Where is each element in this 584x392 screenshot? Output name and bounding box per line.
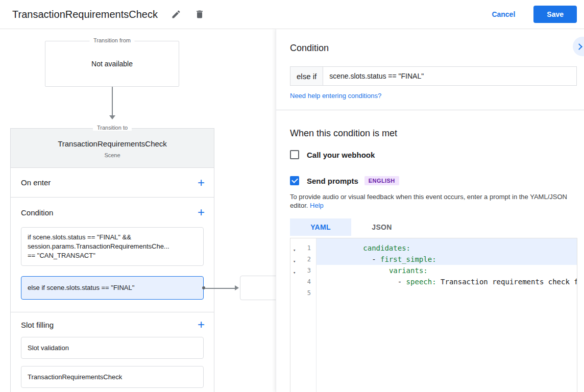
- line-gutter: ▾ 2: [290, 256, 316, 263]
- condition-line: session.params.TransactionRequirementsCh…: [28, 242, 197, 251]
- tab-yaml[interactable]: YAML: [290, 218, 351, 236]
- code-token: speech:: [406, 278, 436, 286]
- connector-arrow-icon: [235, 285, 239, 290]
- slot-filling-section-head: Slot filling +: [11, 312, 214, 337]
- send-prompts-row: Send prompts ENGLISH: [290, 176, 399, 185]
- transition-from-box: Transition from Not available: [45, 41, 179, 87]
- save-button[interactable]: Save: [533, 6, 577, 23]
- page-title: TransactionRequirementsCheck: [12, 9, 158, 20]
- condition-line: if scene.slots.status == "FINAL" &&: [28, 233, 197, 242]
- condition-editor-panel: Condition else if Need help entering con…: [276, 29, 584, 392]
- yaml-editor[interactable]: ▾ 1 candidates: ▾ 2 - first_simple: ▾: [290, 238, 577, 392]
- line-gutter: ▾ 3: [290, 267, 316, 274]
- condition-item-if[interactable]: if scene.slots.status == "FINAL" && sess…: [21, 227, 204, 266]
- editor-tabs: YAML JSON: [290, 218, 412, 236]
- code-token: -: [363, 278, 406, 286]
- on-enter-label: On enter: [21, 178, 51, 187]
- panel-divider: [276, 110, 584, 110]
- when-condition-met-title: When this condition is met: [290, 128, 397, 139]
- pencil-icon: [171, 9, 181, 19]
- connector-line: [205, 288, 236, 289]
- edit-button[interactable]: [171, 9, 181, 19]
- code-line[interactable]: 4 - speech: Transaction requirements che…: [290, 276, 577, 287]
- transition-from-value: Not available: [91, 60, 133, 68]
- prompts-description: To provide audio or visual feedback when…: [290, 192, 579, 210]
- gutter-divider: [316, 238, 317, 392]
- top-bar: TransactionRequirementsCheck Cancel Save: [0, 0, 584, 29]
- condition-label: Condition: [21, 208, 53, 217]
- transition-from-label: Transition from: [89, 37, 135, 43]
- webhook-row: Call your webhook: [290, 150, 375, 159]
- slot-item[interactable]: Slot validation: [21, 337, 204, 359]
- code-text: - speech: Transaction requirements check…: [316, 265, 577, 299]
- scene-subtitle: Scene: [11, 152, 214, 158]
- webhook-checkbox[interactable]: [290, 150, 299, 159]
- language-badge: ENGLISH: [364, 176, 399, 185]
- slot-item[interactable]: TransactionRequirementsCheck: [21, 366, 204, 388]
- scene-title: TransactionRequirementsCheck: [11, 139, 214, 148]
- trash-icon: [194, 9, 205, 19]
- slot-filling-section: Slot filling + Slot validation Transacti…: [11, 312, 214, 392]
- scene-card-header: TransactionRequirementsCheck Scene: [11, 129, 214, 168]
- add-on-enter-icon[interactable]: +: [198, 177, 205, 189]
- line-number: 4: [307, 278, 311, 285]
- condition-section: Condition + if scene.slots.status == "FI…: [11, 198, 214, 312]
- condition-line: else if scene.slots.status == "FINAL": [28, 283, 197, 292]
- condition-item-else-if[interactable]: else if scene.slots.status == "FINAL": [21, 276, 204, 300]
- condition-prefix-label: else if: [290, 66, 323, 86]
- add-condition-icon[interactable]: +: [198, 206, 205, 218]
- code-token: Transaction requirements check failed: [436, 278, 577, 286]
- description-text: To provide audio or visual feedback when…: [290, 193, 567, 209]
- slot-filling-label: Slot filling: [21, 321, 54, 329]
- send-prompts-checkbox[interactable]: [290, 176, 299, 185]
- tab-json[interactable]: JSON: [351, 218, 412, 236]
- scene-graph-canvas: Transition from Not available Transition…: [0, 29, 276, 392]
- transition-to-label: Transition to: [93, 125, 132, 131]
- condition-line: == "CAN_TRANSACT": [28, 251, 197, 260]
- condition-input-row: else if: [290, 66, 577, 86]
- line-gutter: 4: [290, 278, 316, 285]
- flow-arrow-line: [112, 87, 113, 116]
- send-prompts-label: Send prompts: [307, 177, 358, 185]
- collapse-panel-button[interactable]: [573, 37, 584, 56]
- line-number: 1: [307, 244, 311, 252]
- line-number: 2: [307, 256, 311, 263]
- description-help-link[interactable]: Help: [310, 202, 324, 209]
- line-gutter: ▾ 1: [290, 244, 316, 252]
- flow-arrow-head: [109, 115, 115, 119]
- delete-button[interactable]: [194, 9, 205, 19]
- chevron-right-icon: [576, 43, 582, 50]
- fold-icon[interactable]: ▾: [293, 267, 296, 278]
- cancel-button[interactable]: Cancel: [492, 10, 515, 18]
- panel-title: Condition: [290, 43, 329, 54]
- condition-section-head: Condition +: [11, 198, 214, 227]
- condition-help-link[interactable]: Need help entering conditions?: [290, 92, 381, 100]
- line-number: 5: [307, 289, 311, 297]
- add-slot-icon[interactable]: +: [198, 318, 205, 331]
- line-gutter: 5: [290, 289, 316, 297]
- fold-icon[interactable]: ▾: [293, 244, 296, 256]
- line-number: 3: [307, 267, 311, 274]
- transition-target-box[interactable]: [240, 276, 276, 300]
- scene-card[interactable]: Transition to TransactionRequirementsChe…: [10, 128, 214, 392]
- fold-icon[interactable]: ▾: [293, 256, 296, 267]
- webhook-label: Call your webhook: [307, 151, 375, 159]
- on-enter-row[interactable]: On enter +: [11, 168, 214, 198]
- condition-input[interactable]: [323, 66, 577, 86]
